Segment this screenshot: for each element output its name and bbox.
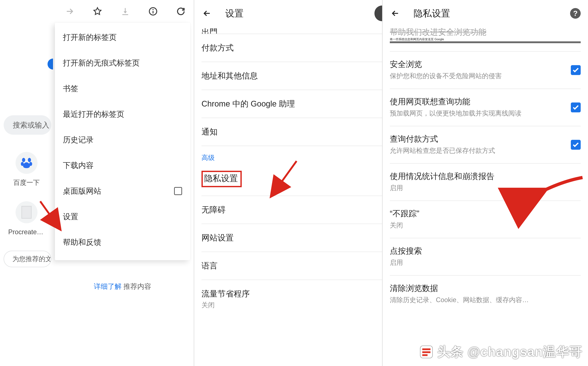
watermark: 头条 @changsan温华哥	[419, 343, 582, 360]
recommended-chip[interactable]: 为您推荐的文	[4, 251, 51, 267]
toutiao-icon	[419, 345, 434, 359]
checkbox-checked-icon[interactable]	[571, 140, 581, 150]
menu-bookmarks[interactable]: 书签	[55, 76, 190, 101]
menu-new-tab[interactable]: 打开新的标签页	[55, 24, 190, 50]
menu-downloads[interactable]: 下载内容	[55, 153, 190, 178]
settings-row-passwords-cut[interactable]: 出門	[201, 27, 382, 34]
avatar-edge[interactable]	[375, 6, 382, 21]
svg-rect-8	[422, 348, 430, 350]
settings-screenshot: 设置 出門 付款方式 地址和其他信息 Chrome 中的 Google 助理 通…	[194, 0, 382, 366]
settings-row-payment[interactable]: 付款方式	[201, 34, 382, 62]
svg-point-1	[28, 158, 31, 162]
privacy-header: 隐私设置 ?	[382, 0, 588, 27]
toolbar	[53, 0, 190, 23]
svg-rect-9	[422, 351, 430, 353]
settings-row-accessibility[interactable]: 无障碍	[201, 196, 382, 224]
learn-more-caption: 详细了解 推荐内容	[55, 282, 190, 291]
shortcut-label: Procreate两…	[8, 228, 45, 237]
row-page-predictions[interactable]: 使用网页联想查询功能 预加载网页，以便更快地加载并实现离线阅读	[390, 89, 581, 126]
svg-point-0	[22, 158, 25, 162]
settings-row-language[interactable]: 语言	[201, 252, 382, 280]
row-check-payment[interactable]: 查询付款方式 允许网站检查您是否已保存付款方式	[390, 126, 581, 164]
ntp-background: 搜索或输入 百度一下 Procreate两… 为您推荐的文	[0, 0, 53, 366]
svg-rect-10	[422, 354, 427, 356]
omnibox[interactable]: 搜索或输入	[4, 115, 51, 135]
row-help-improve-cut[interactable]: 帮助我们改进安全浏览功能 将一些系统信息和网页内容发送至 Google	[390, 27, 581, 52]
menu-history[interactable]: 历史记录	[55, 127, 190, 153]
menu-new-incognito[interactable]: 打开新的无痕式标签页	[55, 50, 190, 76]
privacy-settings-screenshot: 隐私设置 ? 帮助我们改进安全浏览功能 将一些系统信息和网页内容发送至 Goog…	[382, 0, 588, 366]
svg-point-6	[153, 9, 154, 10]
learn-more-link[interactable]: 详细了解	[94, 282, 122, 290]
chrome-overflow-menu-screenshot: 搜索或输入 百度一下 Procreate两… 为您推荐的文 打开新的标签页 打开…	[0, 0, 194, 366]
checkbox-checked-icon[interactable]	[571, 102, 581, 112]
baidu-paw-icon	[20, 156, 33, 169]
row-touch-search[interactable]: 点按搜索 启用	[390, 238, 581, 276]
star-icon[interactable]	[92, 6, 103, 17]
settings-row-assistant[interactable]: Chrome 中的 Google 助理	[201, 90, 382, 118]
row-do-not-track[interactable]: “不跟踪” 关闭	[390, 201, 581, 238]
row-usage-stats[interactable]: 使用情况统计信息和崩溃报告 启用	[390, 164, 581, 201]
help-icon[interactable]: ?	[570, 8, 581, 19]
checkbox-icon[interactable]	[390, 41, 581, 43]
settings-row-notifications[interactable]: 通知	[201, 118, 382, 146]
reload-icon[interactable]	[175, 6, 186, 17]
settings-row-privacy[interactable]: 隐私设置	[201, 169, 382, 196]
menu-settings[interactable]: 设置	[55, 204, 190, 229]
download-icon[interactable]	[120, 6, 131, 17]
menu-help[interactable]: 帮助和反馈	[55, 229, 190, 255]
google-logo-edge	[48, 59, 53, 69]
back-icon[interactable]	[201, 8, 213, 19]
shortcut-baidu[interactable]: 百度一下	[13, 152, 40, 187]
back-icon[interactable]	[390, 8, 401, 19]
section-advanced: 高级	[201, 146, 382, 169]
row-safe-browsing[interactable]: 安全浏览 保护您和您的设备不受危险网站的侵害	[390, 52, 581, 89]
page-title: 设置	[225, 7, 243, 20]
menu-recent-tabs[interactable]: 最近打开的标签页	[55, 101, 190, 127]
settings-row-data-saver[interactable]: 流量节省程序 关闭	[201, 280, 382, 318]
settings-header: 设置	[194, 0, 382, 27]
settings-row-site-settings[interactable]: 网站设置	[201, 224, 382, 252]
settings-row-addresses[interactable]: 地址和其他信息	[201, 62, 382, 90]
forward-icon[interactable]	[64, 6, 75, 17]
checkbox-checked-icon[interactable]	[571, 65, 581, 75]
row-clear-data[interactable]: 清除浏览数据 清除历史记录、Cookie、网站数据、缓存内容…	[390, 276, 581, 313]
file-icon	[21, 206, 32, 219]
info-icon[interactable]	[147, 6, 159, 17]
shortcut-file[interactable]: Procreate两…	[13, 201, 40, 237]
overflow-menu: 打开新的标签页 打开新的无痕式标签页 书签 最近打开的标签页 历史记录 下载内容…	[55, 23, 190, 260]
privacy-highlight-box: 隐私设置	[201, 171, 242, 187]
shortcut-label: 百度一下	[8, 178, 45, 187]
menu-desktop-site[interactable]: 桌面版网站	[55, 178, 190, 204]
page-title: 隐私设置	[414, 7, 450, 20]
checkbox-icon[interactable]	[174, 187, 182, 195]
